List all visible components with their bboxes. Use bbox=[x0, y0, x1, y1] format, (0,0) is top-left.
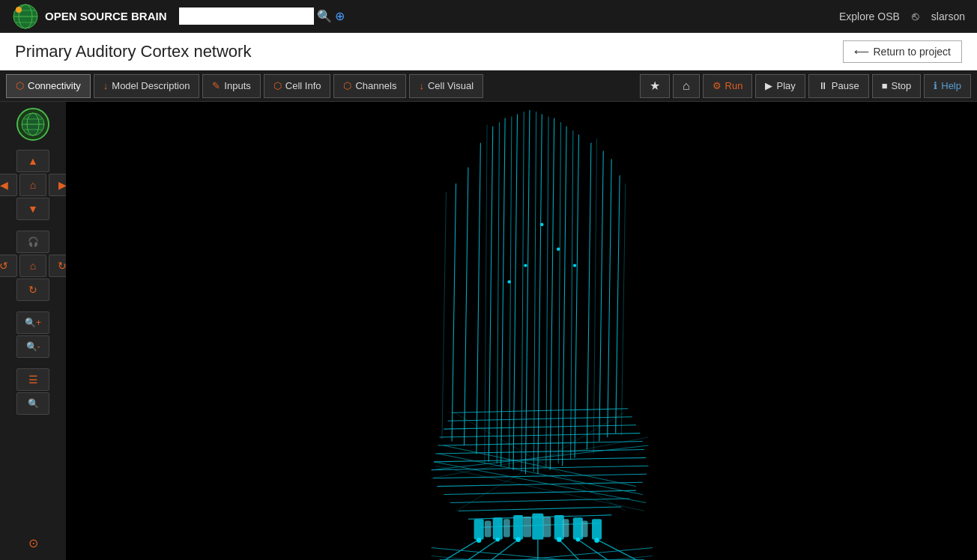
github-button[interactable]: ⊙ bbox=[16, 532, 49, 554]
svg-line-47 bbox=[444, 490, 636, 494]
svg-rect-61 bbox=[493, 517, 503, 540]
nav-center-button[interactable]: ⌂ bbox=[19, 174, 46, 196]
stop-icon: ■ bbox=[882, 80, 888, 91]
svg-rect-72 bbox=[581, 521, 588, 538]
svg-line-78 bbox=[578, 540, 620, 560]
svg-rect-66 bbox=[592, 519, 602, 539]
refresh-button[interactable]: ↻ bbox=[16, 279, 49, 301]
svg-line-11 bbox=[477, 143, 480, 454]
run-label: Run bbox=[725, 80, 743, 91]
osb-logo bbox=[12, 3, 39, 30]
run-button[interactable]: ⚙ Run bbox=[703, 74, 753, 98]
svg-line-31 bbox=[558, 122, 560, 463]
star-button[interactable]: ★ bbox=[640, 74, 670, 98]
svg-line-16 bbox=[538, 114, 542, 474]
inputs-tab-label: Inputs bbox=[224, 80, 250, 91]
svg-line-22 bbox=[465, 167, 468, 445]
left-sidebar: ▲ ◀ ⌂ ▶ ▼ 🎧 ↺ ⌂ ↻ ↻ 🔍+ 🔍- ☰ 🔍 bbox=[0, 102, 66, 560]
return-to-project-button[interactable]: ⟵ Return to project bbox=[843, 40, 963, 63]
explore-osb-link[interactable]: Explore OSB bbox=[839, 10, 900, 22]
svg-point-95 bbox=[496, 538, 500, 541]
svg-rect-69 bbox=[523, 517, 531, 537]
right-toolbar: ★ ⌂ ⚙ Run ▶ Play ⏸ Pause ■ Stop ℹ Help bbox=[640, 74, 977, 98]
svg-line-30 bbox=[546, 117, 548, 468]
svg-line-14 bbox=[513, 114, 517, 469]
project-title: Primary Auditory Cortex network bbox=[15, 42, 251, 61]
svg-rect-68 bbox=[503, 519, 510, 537]
svg-line-20 bbox=[587, 143, 590, 450]
tab-model-description[interactable]: ↓ Model Description bbox=[94, 74, 200, 98]
headphone-button[interactable]: 🎧 bbox=[16, 231, 49, 253]
svg-line-25 bbox=[616, 175, 620, 433]
svg-line-27 bbox=[509, 117, 512, 468]
svg-line-85 bbox=[432, 548, 653, 560]
play-icon: ▶ bbox=[765, 80, 772, 91]
nav-right: Explore OSB ⎋ slarson bbox=[839, 10, 965, 23]
logo-area: OPEN SOURCE BRAIN bbox=[12, 3, 167, 30]
tab-channels[interactable]: ⬡ Channels bbox=[333, 74, 406, 98]
svg-point-96 bbox=[576, 538, 580, 541]
svg-line-35 bbox=[442, 192, 446, 439]
svg-line-75 bbox=[480, 540, 518, 560]
svg-line-43 bbox=[434, 457, 646, 461]
list-button[interactable]: ☰ bbox=[16, 368, 49, 391]
home-button[interactable]: ⌂ bbox=[673, 74, 700, 98]
play-button[interactable]: ▶ Play bbox=[755, 74, 805, 98]
help-button[interactable]: ℹ Help bbox=[924, 74, 971, 98]
svg-point-101 bbox=[573, 264, 576, 267]
tab-connectivity[interactable]: ⬡ Connectivity bbox=[6, 74, 91, 98]
svg-rect-71 bbox=[563, 519, 569, 537]
search-button[interactable]: 🔍 bbox=[317, 9, 332, 23]
svg-point-5 bbox=[16, 7, 22, 13]
svg-point-91 bbox=[515, 537, 521, 542]
help-label: Help bbox=[941, 80, 961, 91]
svg-rect-70 bbox=[542, 517, 551, 537]
connectivity-tab-label: Connectivity bbox=[28, 80, 81, 91]
play-label: Play bbox=[776, 80, 795, 91]
svg-rect-63 bbox=[532, 514, 543, 540]
stop-label: Stop bbox=[892, 80, 912, 91]
search3-button[interactable]: 🔍 bbox=[16, 392, 49, 415]
svg-point-98 bbox=[540, 223, 543, 226]
cell-info-tab-icon: ⬡ bbox=[273, 80, 282, 91]
svg-line-38 bbox=[448, 417, 632, 421]
share-icon[interactable]: ⎋ bbox=[912, 10, 919, 23]
svg-line-41 bbox=[438, 442, 643, 445]
nav-up-button[interactable]: ▲ bbox=[16, 150, 49, 172]
svg-line-23 bbox=[452, 183, 456, 441]
tab-toolbar: ⬡ Connectivity ↓ Model Description ✎ Inp… bbox=[0, 70, 977, 102]
add-search-button[interactable]: ⊕ bbox=[335, 9, 345, 23]
svg-point-100 bbox=[507, 280, 510, 283]
run-icon: ⚙ bbox=[713, 80, 722, 91]
sidebar-globe-icon bbox=[16, 108, 49, 141]
nav-down-button[interactable]: ▼ bbox=[16, 198, 49, 220]
model-desc-tab-label: Model Description bbox=[112, 80, 190, 91]
help-icon: ℹ bbox=[934, 80, 937, 91]
svg-line-34 bbox=[593, 139, 596, 454]
svg-line-49 bbox=[459, 507, 621, 511]
search-area: 🔍 ⊕ bbox=[179, 7, 345, 25]
undo-button[interactable]: ↺ bbox=[0, 255, 17, 277]
cell-info-tab-label: Cell Info bbox=[285, 80, 321, 91]
svg-point-99 bbox=[557, 248, 560, 251]
stop-button[interactable]: ■ Stop bbox=[872, 74, 922, 98]
pause-button[interactable]: ⏸ Pause bbox=[808, 74, 869, 98]
svg-line-45 bbox=[433, 474, 647, 478]
neural-network-visualization bbox=[66, 102, 977, 560]
zoom-out-button[interactable]: 🔍- bbox=[16, 335, 49, 358]
top-navigation: OPEN SOURCE BRAIN 🔍 ⊕ Explore OSB ⎋ slar… bbox=[0, 0, 977, 33]
username-label: slarson bbox=[931, 10, 965, 22]
zoom-in-button[interactable]: 🔍+ bbox=[16, 311, 49, 334]
tab-inputs[interactable]: ✎ Inputs bbox=[202, 74, 260, 98]
search-input[interactable] bbox=[179, 7, 314, 25]
logo-text: OPEN SOURCE BRAIN bbox=[45, 10, 167, 22]
pause-label: Pause bbox=[832, 80, 859, 91]
svg-line-36 bbox=[621, 183, 625, 436]
svg-line-21 bbox=[599, 151, 603, 442]
nav-left-button[interactable]: ◀ bbox=[0, 174, 17, 196]
svg-line-13 bbox=[501, 118, 505, 466]
svg-line-26 bbox=[497, 122, 499, 463]
tab-cell-visual[interactable]: ↓ Cell Visual bbox=[409, 74, 483, 98]
home2-button[interactable]: ⌂ bbox=[19, 255, 46, 277]
tab-cell-info[interactable]: ⬡ Cell Info bbox=[264, 74, 331, 98]
